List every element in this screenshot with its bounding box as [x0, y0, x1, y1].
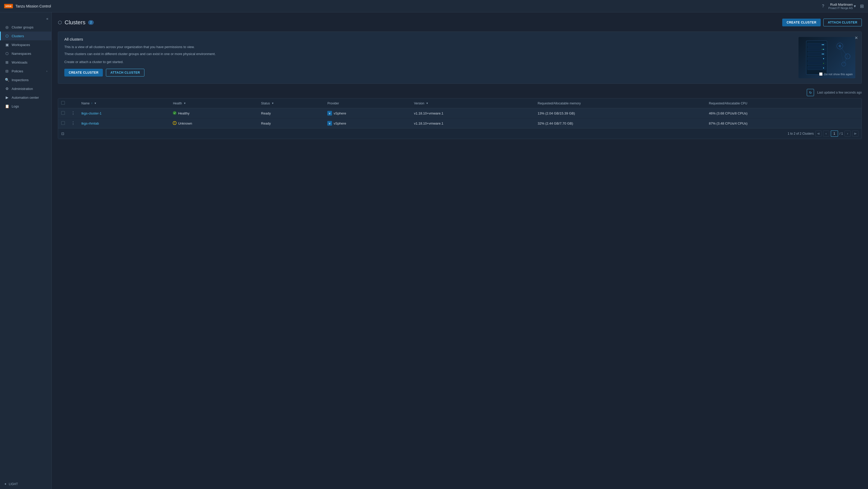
sidebar-item-automation-center[interactable]: ▶ Automation center	[0, 93, 52, 102]
table-body: ⋮tkgs-cluster-1HealthyReadyVvSpherev1.18…	[58, 108, 862, 128]
name-sort-icon[interactable]: ↑	[91, 102, 92, 105]
next-page-button[interactable]: ›	[844, 130, 851, 137]
svg-point-13	[823, 63, 824, 64]
refresh-button[interactable]: ↻	[807, 89, 814, 96]
cluster-name-link[interactable]: tkgs-rhmlab	[82, 121, 99, 125]
th-version[interactable]: Version ▼	[411, 98, 534, 108]
namespaces-icon: ⬡	[5, 52, 9, 56]
cell-provider: VvSphere	[324, 118, 411, 128]
sidebar-item-policies[interactable]: ⊟ Policies ›	[0, 67, 52, 75]
health-filter-icon[interactable]: ▼	[183, 102, 186, 105]
user-org: Proact IT Norge AS	[828, 6, 853, 9]
health-status-icon	[173, 111, 177, 116]
banner-line2: These clusters can exist in different cl…	[64, 52, 219, 57]
cluster-name-link[interactable]: tkgs-cluster-1	[82, 112, 101, 115]
sidebar-item-inspections[interactable]: 🔍 Inspections	[0, 75, 52, 84]
pagination-summary: 1 to 2 of 2 Clusters	[788, 132, 814, 135]
clusters-icon: ⬡	[5, 34, 9, 38]
sidebar-item-logs[interactable]: 📋 Logs	[0, 102, 52, 111]
clusters-table-container: Name ↑ ▼ Health ▼	[58, 98, 862, 139]
prev-page-button[interactable]: ‹	[823, 130, 829, 137]
apps-grid-icon[interactable]: ⊞	[860, 3, 864, 9]
name-filter-icon[interactable]: ▼	[94, 102, 97, 105]
page-header: ⬡ Clusters 2 CREATE CLUSTER ATTACH CLUST…	[58, 19, 862, 26]
select-all-checkbox[interactable]	[61, 101, 65, 105]
first-page-button[interactable]: ⊲	[815, 130, 822, 137]
th-cpu: Requested/Allocatable CPU	[706, 98, 862, 108]
vsphere-icon: V	[327, 121, 332, 126]
expand-columns-button[interactable]: ⊡	[61, 131, 64, 136]
theme-toggle[interactable]: ✦ LIGHT	[4, 482, 47, 486]
banner-close-button[interactable]: ✕	[855, 35, 858, 40]
logs-icon: 📋	[5, 104, 9, 108]
attach-cluster-button[interactable]: ATTACH CLUSTER	[823, 19, 862, 26]
banner-create-button[interactable]: CREATE CLUSTER	[64, 69, 103, 77]
sidebar-item-namespaces[interactable]: ⬡ Namespaces	[0, 49, 52, 58]
help-icon[interactable]: ?	[822, 4, 824, 8]
theme-label: LIGHT	[9, 482, 18, 486]
sidebar-label-namespaces: Namespaces	[11, 52, 47, 56]
table-row: ⋮tkgs-cluster-1HealthyReadyVvSpherev1.18…	[58, 108, 862, 118]
th-status[interactable]: Status ▼	[258, 98, 324, 108]
topbar-right: ? Rudi Martinsen Proact IT Norge AS ▾ ⊞	[822, 3, 864, 9]
layout: « ◎ Cluster groups ⬡ Clusters ▣ Workspac…	[0, 12, 868, 489]
cell-name: tkgs-rhmlab	[78, 118, 170, 128]
row-checkbox[interactable]	[61, 121, 65, 125]
row-checkbox[interactable]	[61, 111, 65, 115]
version-filter-icon[interactable]: ▼	[426, 102, 428, 105]
topbar-left: vmw Tanzu Mission Control	[4, 4, 51, 8]
page-number-input[interactable]	[831, 130, 838, 137]
inspections-icon: 🔍	[5, 78, 9, 82]
th-cpu-label: Requested/Allocatable CPU	[709, 101, 747, 105]
administration-icon: ⚙	[5, 87, 9, 91]
last-page-button[interactable]: ⊳	[852, 130, 859, 137]
provider-cell: VvSphere	[327, 111, 408, 116]
provider-name: vSphere	[334, 121, 346, 125]
th-name[interactable]: Name ↑ ▼	[78, 98, 170, 108]
cluster-groups-icon: ◎	[5, 25, 9, 29]
topbar: vmw Tanzu Mission Control ? Rudi Martins…	[0, 0, 868, 12]
sidebar-item-workspaces[interactable]: ▣ Workspaces	[0, 40, 52, 49]
select-all-header	[58, 98, 68, 108]
svg-rect-1	[808, 43, 826, 47]
cell-version: v1.18.10+vmware.1	[411, 118, 534, 128]
cell-version: v1.18.10+vmware.1	[411, 108, 534, 118]
header-actions: CREATE CLUSTER ATTACH CLUSTER	[782, 19, 862, 26]
provider-cell: VvSphere	[327, 121, 408, 126]
do-not-show-checkbox[interactable]	[819, 72, 823, 76]
th-provider[interactable]: Provider	[324, 98, 411, 108]
cell-cpu: 87% (3.48 CPUs/4 CPUs)	[706, 118, 862, 128]
row-menu-button[interactable]: ⋮	[71, 111, 75, 115]
banner-actions: CREATE CLUSTER ATTACH CLUSTER	[64, 69, 219, 77]
row-menu-button[interactable]: ⋮	[71, 121, 75, 125]
svg-point-15	[823, 67, 824, 68]
th-health[interactable]: Health ▼	[170, 98, 258, 108]
row-menu-cell: ⋮	[68, 108, 78, 118]
row-checkbox-cell	[58, 108, 68, 118]
page-title: Clusters	[65, 19, 86, 26]
sidebar-label-policies: Policies	[11, 69, 44, 73]
clusters-count-badge: 2	[88, 20, 94, 25]
sidebar-label-clusters: Clusters	[11, 34, 47, 38]
create-cluster-button[interactable]: CREATE CLUSTER	[782, 19, 821, 26]
toolbar: ↻ Last updated a few seconds ago	[58, 89, 862, 96]
th-status-label: Status	[261, 101, 270, 105]
sidebar-item-cluster-groups[interactable]: ◎ Cluster groups	[0, 23, 52, 32]
cell-memory: 32% (2.44 GB/7.70 GB)	[534, 118, 706, 128]
svg-text:V: V	[329, 122, 331, 125]
cell-health: Healthy	[170, 108, 258, 118]
th-memory: Requested/Allocatable memory	[534, 98, 706, 108]
banner-attach-button[interactable]: ATTACH CLUSTER	[106, 69, 145, 77]
sidebar-item-workloads[interactable]: ⊞ Workloads	[0, 58, 52, 67]
policies-icon: ⊟	[5, 69, 9, 73]
sidebar-label-workloads: Workloads	[11, 60, 47, 64]
svg-point-2	[823, 44, 824, 45]
svg-rect-10	[808, 57, 826, 60]
svg-point-11	[823, 58, 824, 59]
user-dropdown[interactable]: Rudi Martinsen Proact IT Norge AS ▾	[828, 3, 856, 9]
sidebar-item-administration[interactable]: ⚙ Administration	[0, 84, 52, 93]
sidebar-item-clusters[interactable]: ⬡ Clusters	[0, 32, 52, 40]
status-filter-icon[interactable]: ▼	[272, 102, 274, 105]
sidebar-collapse-btn[interactable]: «	[46, 17, 48, 21]
cell-health: !Unknown	[170, 118, 258, 128]
